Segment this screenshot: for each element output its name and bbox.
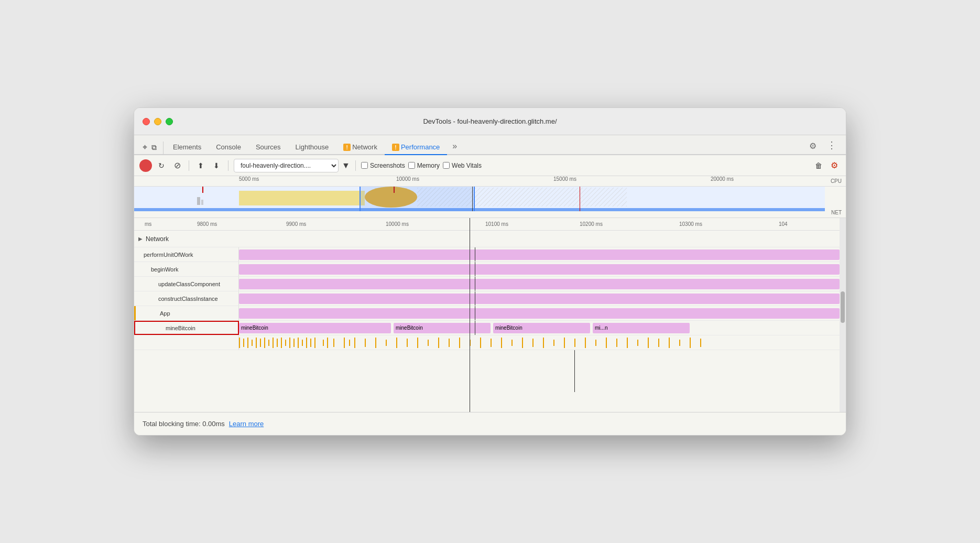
- layers-icon[interactable]: ⧉: [151, 143, 157, 152]
- frame-vert-line-4: [475, 291, 475, 306]
- upload-button[interactable]: ⬆: [194, 159, 207, 172]
- screenshots-checkbox[interactable]: [361, 162, 368, 169]
- net-label: NET: [831, 210, 842, 215]
- svg-rect-9: [252, 340, 253, 346]
- tick-marks-row: [134, 335, 840, 350]
- download-button[interactable]: ⬇: [210, 159, 223, 172]
- svg-rect-61: [679, 340, 680, 346]
- svg-rect-16: [281, 338, 282, 348]
- frame-vert-line-2: [475, 262, 475, 276]
- tab-bar: ⌖ ⧉ Elements Console Sources Lighthouse …: [134, 135, 846, 155]
- svg-rect-33: [386, 340, 387, 346]
- record-button[interactable]: [139, 159, 152, 172]
- table-row[interactable]: constructClassInstance: [134, 291, 840, 306]
- frame-bar-beginWork: [239, 264, 840, 275]
- perf-settings-button[interactable]: ⚙: [828, 159, 841, 172]
- call-frames: performUnitOfWork beginWork: [134, 247, 840, 392]
- screenshots-label: Screenshots: [370, 162, 405, 169]
- table-row[interactable]: beginWork: [134, 262, 840, 277]
- detail-marker-10200: 10200 ms: [580, 221, 603, 227]
- clear-button[interactable]: ⊘: [171, 159, 183, 172]
- frame-bar-constructClassInstance: [239, 294, 840, 304]
- frame-bar-mineBitcoin-1: mineBitcoin: [239, 323, 391, 333]
- mine-bitcoin-label-2: mineBitcoin: [394, 323, 491, 333]
- svg-rect-62: [690, 338, 691, 348]
- svg-rect-18: [289, 338, 290, 348]
- svg-rect-44: [501, 338, 502, 348]
- svg-rect-20: [298, 338, 299, 348]
- cpu-chart: [134, 187, 825, 211]
- svg-rect-19: [293, 339, 295, 347]
- url-dropdown-icon[interactable]: ▼: [342, 161, 350, 170]
- svg-rect-48: [543, 338, 544, 348]
- scrollbar-track[interactable]: [840, 218, 846, 412]
- tab-console[interactable]: Console: [209, 140, 248, 155]
- detail-marker-104: 104: [779, 221, 788, 227]
- tab-elements[interactable]: Elements: [166, 140, 209, 155]
- network-expand-icon[interactable]: ▶: [138, 236, 143, 242]
- selection-overlay[interactable]: [360, 187, 475, 211]
- table-row[interactable]: updateClassComponent: [134, 277, 840, 291]
- playhead-line: [472, 187, 473, 211]
- table-row[interactable]: mineBitcoin mineBitcoin mineBitcoin mine…: [134, 321, 840, 335]
- svg-rect-24: [314, 338, 315, 348]
- svg-rect-51: [574, 339, 575, 347]
- url-select[interactable]: foul-heavenly-direction....: [234, 159, 339, 172]
- mine-bitcoin-label-1: mineBitcoin: [239, 323, 391, 333]
- marker-15000: 15000 ms: [553, 176, 576, 182]
- web-vitals-checkbox[interactable]: [443, 162, 450, 169]
- memory-checkbox[interactable]: [408, 162, 415, 169]
- screenshots-checkbox-group[interactable]: Screenshots: [361, 162, 405, 169]
- more-tabs-button[interactable]: »: [447, 138, 462, 154]
- svg-rect-34: [396, 338, 397, 348]
- blocking-time-text: Total blocking time: 0.00ms: [143, 420, 225, 428]
- svg-rect-1: [201, 200, 203, 205]
- detail-marker-10000: 10000 ms: [386, 221, 409, 227]
- tab-performance[interactable]: !Performance: [385, 140, 447, 156]
- tab-network[interactable]: !Network: [336, 140, 385, 156]
- svg-rect-13: [268, 340, 269, 346]
- svg-rect-14: [273, 338, 274, 348]
- minimize-button[interactable]: [154, 118, 161, 125]
- cursor-icon[interactable]: ⌖: [143, 143, 147, 152]
- tab-sources[interactable]: Sources: [248, 140, 288, 155]
- svg-rect-50: [564, 338, 565, 348]
- svg-rect-31: [365, 339, 366, 347]
- frame-name-App: App: [158, 310, 172, 317]
- web-vitals-checkbox-group[interactable]: Web Vitals: [443, 162, 482, 169]
- frame-bar-performUnitOfWork: [239, 249, 840, 260]
- scrollbar-thumb[interactable]: [841, 291, 845, 323]
- svg-rect-23: [310, 339, 311, 347]
- network-vert-line: [470, 218, 470, 412]
- trash-button[interactable]: 🗑: [812, 159, 825, 172]
- main-content: ms 9800 ms 9900 ms 10000 ms 10100 ms 102…: [134, 218, 846, 412]
- settings-button[interactable]: ⚙: [804, 138, 822, 154]
- frame-bar-mineBitcoin-2: mineBitcoin: [394, 323, 491, 333]
- maximize-button[interactable]: [166, 118, 173, 125]
- svg-rect-38: [438, 338, 439, 348]
- frame-bar-App: [239, 308, 840, 319]
- network-section-row[interactable]: ▶ Network: [134, 231, 840, 247]
- red-flag-1: [202, 187, 203, 193]
- marker-20000: 20000 ms: [711, 176, 734, 182]
- svg-rect-37: [428, 340, 429, 346]
- memory-checkbox-group[interactable]: Memory: [408, 162, 440, 169]
- time-ruler-detail: ms 9800 ms 9900 ms 10000 ms 10100 ms 102…: [134, 218, 840, 231]
- learn-more-link[interactable]: Learn more: [229, 420, 264, 428]
- svg-rect-35: [407, 339, 408, 347]
- tick-marks-svg: [239, 335, 840, 350]
- svg-rect-30: [354, 338, 355, 348]
- frame-bar-mineBitcoin-4: mi...n: [593, 323, 690, 333]
- tab-lighthouse[interactable]: Lighthouse: [288, 140, 336, 155]
- table-row[interactable]: App: [134, 306, 840, 321]
- close-button[interactable]: [143, 118, 150, 125]
- svg-rect-17: [285, 340, 286, 346]
- red-marker-line: [580, 187, 580, 211]
- table-row[interactable]: performUnitOfWork: [134, 247, 840, 262]
- timeline-overview[interactable]: 5000 ms 10000 ms 15000 ms 20000 ms: [134, 176, 846, 218]
- menu-button[interactable]: ⋮: [822, 136, 842, 154]
- reload-record-button[interactable]: ↻: [155, 159, 168, 172]
- svg-rect-57: [637, 340, 638, 346]
- performance-warning-icon: !: [392, 144, 399, 151]
- frame-vert-line-5: [475, 306, 475, 320]
